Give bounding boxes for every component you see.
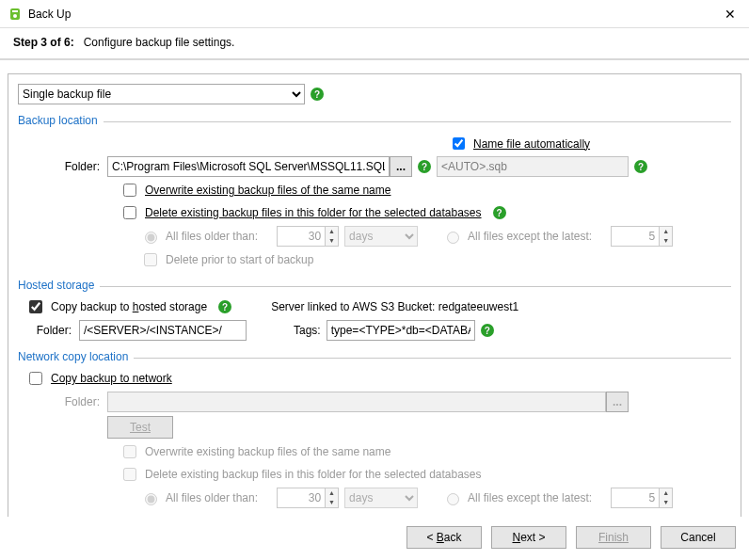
network-browse-button: ... [606,392,629,412]
except-latest-label: All files except the latest: [468,230,592,243]
step-description: Configure backup file settings. [84,36,235,49]
wizard-footer: < Back Next > Finish Cancel [0,517,749,560]
delete-existing-label[interactable]: Delete existing backup files in this fol… [145,206,482,219]
hosted-tags-input[interactable] [327,320,475,341]
delete-existing-checkbox[interactable] [123,206,136,219]
net-delete-existing-checkbox [123,468,136,481]
net-older-than-radio [145,493,157,505]
older-than-value: ▲▼ [277,226,339,247]
test-button: Test [107,416,173,439]
except-latest-radio [447,232,459,244]
back-button[interactable]: < Back [406,526,482,549]
net-older-than-label: All files older than: [166,491,258,504]
hosted-folder-input[interactable] [79,320,247,341]
cancel-button[interactable]: Cancel [661,526,736,549]
name-file-auto-checkbox[interactable] [453,137,465,150]
overwrite-existing-checkbox-row: Overwrite existing backup files of the s… [120,181,731,200]
net-except-latest-label: All files except the latest: [468,491,592,504]
help-icon[interactable]: ? [493,206,506,219]
window-title: Back Up [28,8,71,21]
net-older-than-value: ▲▼ [277,488,339,508]
autofile-name-input [437,156,629,177]
help-icon[interactable]: ? [634,160,647,173]
delete-prior-checkbox [144,253,157,266]
backup-file-type-select[interactable]: Single backup file [18,84,305,104]
copy-hosted-label[interactable]: Copy backup to hosted storage [51,300,207,313]
section-backup-location: Backup location [18,114,731,127]
app-icon [8,7,23,22]
help-icon[interactable]: ? [481,324,494,337]
overwrite-existing-label[interactable]: Overwrite existing backup files of the s… [145,184,390,197]
overwrite-existing-checkbox[interactable] [123,184,136,197]
delete-prior-label: Delete prior to start of backup [166,253,313,266]
older-than-unit: days [344,226,418,247]
hosted-folder-label: Folder: [0,324,79,337]
step-number: Step 3 of 6: [13,36,74,49]
network-folder-input [107,392,606,412]
folder-label: Folder: [18,160,107,173]
help-icon[interactable]: ? [311,88,324,101]
hosted-linked-text: Server linked to AWS S3 Bucket: redgatee… [271,300,518,313]
section-network-copy: Network copy location [18,350,731,363]
copy-network-checkbox[interactable] [29,372,42,385]
except-latest-value: ▲▼ [611,226,673,247]
net-overwrite-label: Overwrite existing backup files of the s… [145,445,390,458]
main-panel: Single backup file ? Backup location Nam… [8,73,741,536]
svg-rect-1 [12,10,18,12]
section-hosted-storage: Hosted storage [18,279,731,292]
backup-folder-input[interactable] [107,156,390,177]
copy-network-label[interactable]: Copy backup to network [51,372,172,385]
help-icon[interactable]: ? [418,160,431,173]
copy-hosted-checkbox[interactable] [29,300,42,313]
close-icon[interactable]: ✕ [719,3,741,25]
net-except-latest-radio [447,493,459,505]
net-except-latest-value: ▲▼ [611,488,673,508]
help-icon[interactable]: ? [218,300,231,313]
svg-point-2 [13,14,17,18]
net-older-than-unit: days [344,488,418,508]
older-than-radio [145,232,157,244]
browse-folder-button[interactable]: ... [390,156,412,177]
hosted-tags-label: Tags: [294,324,321,337]
next-button[interactable]: Next > [491,526,566,549]
net-overwrite-checkbox [123,445,136,458]
name-file-auto-label[interactable]: Name file automatically [473,137,590,151]
network-folder-label: Folder: [18,395,107,408]
net-delete-existing-label: Delete existing backup files in this fol… [145,468,482,481]
step-header: Step 3 of 6: Configure backup file setti… [0,28,749,60]
older-than-label: All files older than: [166,230,258,243]
titlebar: Back Up ✕ [0,0,749,28]
finish-button: Finish [576,526,651,549]
